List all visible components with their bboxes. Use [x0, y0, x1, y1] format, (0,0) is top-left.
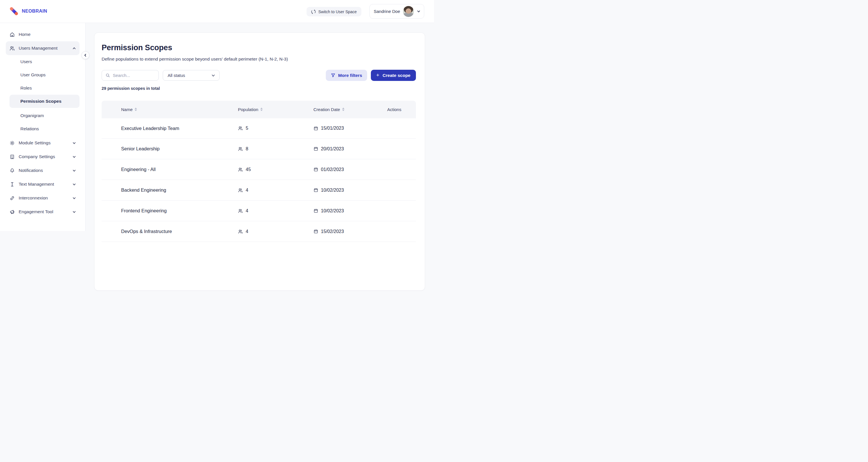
status-filter-select[interactable]: All status [163, 70, 220, 81]
permission-scopes-panel: Permission Scopes Define populations to … [94, 32, 425, 231]
creation-date-value: 15/02/2023 [321, 229, 344, 231]
population-cell: 45 [238, 167, 313, 172]
creation-date-value: 01/02/2023 [321, 167, 344, 172]
creation-date-cell: 20/01/2023 [313, 146, 387, 152]
link-icon [9, 195, 15, 201]
column-header-creation-date[interactable]: Creation Date [313, 107, 387, 112]
users-icon [9, 45, 15, 51]
table-row[interactable]: Engineering - All 45 01/02/2023 [102, 159, 416, 180]
sidebar: Home Users Management Users User Groups … [0, 23, 86, 231]
sidebar-item-company-settings[interactable]: Company Settings [6, 150, 80, 163]
column-header-actions: Actions [387, 107, 416, 112]
sidebar-item-label: Text Management [19, 182, 69, 187]
more-filters-label: More filters [338, 73, 362, 78]
people-icon [238, 208, 243, 214]
population-value: 5 [246, 126, 248, 131]
home-icon [9, 32, 15, 37]
people-icon [238, 188, 243, 193]
sidebar-item-label: Company Settings [19, 154, 69, 159]
sidebar-item-roles[interactable]: Roles [6, 82, 80, 95]
creation-date-value: 10/02/2023 [321, 208, 344, 214]
creation-date-cell: 10/02/2023 [313, 208, 387, 214]
text-cursor-icon [9, 182, 15, 187]
people-icon [238, 167, 243, 172]
sidebar-item-relations[interactable]: Relations [6, 122, 80, 135]
brand-logo[interactable]: NEOBRAIN [9, 7, 48, 16]
search-input[interactable] [113, 73, 153, 78]
column-header-name[interactable]: Name [121, 107, 238, 112]
chevron-down-icon [72, 155, 76, 159]
population-value: 45 [246, 167, 251, 172]
table-row[interactable]: Backend Engineering 4 10/02/2023 [102, 180, 416, 201]
chevron-down-icon [211, 73, 215, 78]
column-header-population[interactable]: Population [238, 107, 313, 112]
sidebar-item-user-groups[interactable]: User Groups [6, 68, 80, 82]
table-row[interactable]: Senior Leadership 8 20/01/2023 [102, 138, 416, 159]
creation-date-cell: 01/02/2023 [313, 167, 387, 172]
sidebar-item-home[interactable]: Home [6, 28, 80, 41]
page-description: Define populations to extend permission … [102, 57, 288, 62]
gear-icon [9, 140, 15, 146]
sidebar-item-interconnexion[interactable]: Interconnexion [6, 191, 80, 205]
population-value: 4 [246, 229, 248, 231]
switch-space-label: Switch to User Space [318, 9, 357, 14]
chevron-down-icon [72, 141, 76, 145]
scope-name-cell: Executive Leadership Team [121, 126, 238, 131]
sidebar-item-permission-scopes[interactable]: Permission Scopes [9, 95, 80, 108]
chevron-up-icon [72, 47, 76, 50]
switch-to-user-space-button[interactable]: Switch to User Space [307, 7, 361, 17]
scope-name-cell: Backend Engineering [121, 187, 238, 193]
chevron-down-icon [72, 183, 76, 186]
population-cell: 5 [238, 126, 313, 131]
table-header-row: Name Population Creation Date Actions [102, 101, 416, 118]
population-cell: 4 [238, 229, 313, 231]
calendar-icon [313, 167, 318, 172]
calendar-icon [313, 208, 318, 213]
bell-icon [9, 168, 15, 173]
neobrain-logo-icon [9, 7, 19, 16]
sidebar-item-notifications[interactable]: Notifications [6, 163, 80, 177]
permission-scopes-table: Name Population Creation Date Actions Ex… [102, 101, 416, 231]
sidebar-item-text-management[interactable]: Text Management [6, 177, 80, 191]
table-row[interactable]: Frontend Engineering 4 10/02/2023 [102, 201, 416, 221]
sidebar-item-engagement-tool[interactable]: Engagement Tool [6, 205, 80, 219]
population-cell: 8 [238, 146, 313, 152]
creation-date-cell: 10/02/2023 [313, 188, 387, 193]
population-value: 4 [246, 188, 248, 193]
table-body: Executive Leadership Team 5 15/01/2023 S… [102, 118, 416, 231]
user-menu[interactable]: Sandrine Doe [369, 4, 424, 19]
table-row[interactable]: Executive Leadership Team 5 15/01/2023 [102, 118, 416, 138]
creation-date-cell: 15/01/2023 [313, 126, 387, 131]
calendar-icon [313, 126, 318, 131]
creation-date-value: 20/01/2023 [321, 146, 344, 152]
population-value: 4 [246, 208, 248, 214]
sort-icon [342, 107, 344, 111]
sort-icon [260, 107, 262, 111]
table-row[interactable]: DevOps & Infrastructure 4 15/02/2023 [102, 221, 416, 231]
create-scope-button[interactable]: + Create scope [371, 70, 416, 81]
sidebar-item-label: Home [19, 32, 76, 37]
scope-name-cell: Frontend Engineering [121, 208, 238, 214]
people-icon [238, 146, 243, 152]
page-title: Permission Scopes [102, 43, 172, 52]
calendar-icon [313, 229, 318, 231]
chevron-down-icon [417, 9, 421, 13]
filter-funnel-icon [331, 73, 336, 78]
sidebar-item-module-settings[interactable]: Module Settings [6, 136, 80, 150]
creation-date-value: 15/01/2023 [321, 126, 344, 131]
population-value: 8 [246, 146, 248, 152]
more-filters-button[interactable]: More filters [326, 70, 367, 81]
plus-icon: + [376, 72, 379, 78]
sidebar-item-users[interactable]: Users [6, 55, 80, 68]
user-name: Sandrine Doe [374, 9, 400, 14]
sidebar-collapse-button[interactable] [82, 51, 89, 59]
create-scope-label: Create scope [383, 73, 410, 78]
creation-date-cell: 15/02/2023 [313, 229, 387, 231]
sidebar-item-organigram[interactable]: Organigram [6, 109, 80, 122]
column-label: Population [238, 107, 258, 112]
calendar-icon [313, 146, 318, 151]
sidebar-item-users-management[interactable]: Users Management [6, 41, 80, 55]
sidebar-item-label: Module Settings [19, 140, 69, 146]
scope-name-cell: Engineering - All [121, 167, 238, 172]
chevron-down-icon [72, 196, 76, 200]
